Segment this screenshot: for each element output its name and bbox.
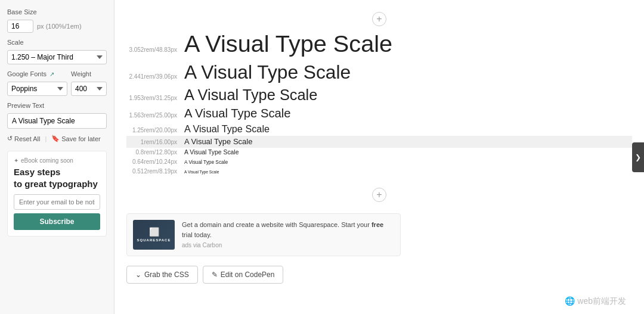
weight-section: Weight 100 200 300 400 500 600 700 800 9…	[71, 70, 107, 96]
type-text: A Visual Type Scale	[184, 30, 392, 58]
preview-text-input[interactable]	[7, 113, 107, 129]
weight-label: Weight	[71, 70, 107, 77]
type-text: A Visual Type Scale	[184, 160, 228, 166]
type-row: 0.8rem/12.80pxA Visual Type Scale	[126, 148, 632, 157]
download-icon: ⌄	[135, 271, 141, 279]
base-size-hint: px (100%/1em)	[37, 23, 82, 30]
ad-body: Get a domain and create a website with S…	[182, 220, 394, 240]
type-row: 0.64rem/10.24pxA Visual Type Scale	[126, 157, 632, 167]
action-buttons: ⌄ Grab the CSS ✎ Edit on CodePen	[126, 266, 632, 284]
type-row: 1.563rem/25.00pxA Visual Type Scale	[126, 105, 632, 122]
type-row: 1.25rem/20.00pxA Visual Type Scale	[126, 122, 632, 136]
edit-codepen-button[interactable]: ✎ Edit on CodePen	[203, 266, 284, 284]
scale-select-wrapper: 1.250 – Major Third 1.125 – Major Second…	[7, 50, 107, 64]
type-meta: 0.512rem/8.19px	[126, 168, 177, 175]
email-input[interactable]	[14, 194, 100, 210]
google-fonts-label: Google Fonts ↗	[7, 70, 67, 77]
reset-icon: ↺	[7, 135, 13, 142]
external-link-icon: ↗	[49, 71, 54, 77]
type-meta: 3.052rem/48.83px	[126, 46, 177, 53]
type-meta: 0.8rem/12.80px	[126, 149, 177, 156]
base-size-input[interactable]	[7, 20, 33, 33]
base-size-row: px (100%/1em)	[7, 20, 107, 33]
footer-actions: ↺ Reset All | 🔖 Save for later	[7, 135, 107, 142]
ebook-badge: ✦ eBook coming soon	[14, 157, 100, 164]
type-row: 2.441rem/39.06pxA Visual Type Scale	[126, 60, 632, 85]
subscribe-button[interactable]: Subscribe	[14, 213, 100, 230]
type-meta: 1rem/16.00px	[126, 139, 177, 145]
type-row: 0.512rem/8.19pxA Visual Type Scale	[126, 167, 632, 176]
sidebar: Base Size px (100%/1em) Scale 1.250 – Ma…	[0, 0, 114, 314]
type-meta: 2.441rem/39.06px	[126, 73, 177, 80]
main-content: + 3.052rem/48.83pxA Visual Type Scale2.4…	[114, 0, 644, 314]
star-icon: ✦	[14, 157, 18, 164]
ad-content: Get a domain and create a website with S…	[182, 220, 394, 248]
type-meta: 1.563rem/25.00px	[126, 112, 177, 119]
codepen-icon: ✎	[212, 271, 218, 279]
type-row: 3.052rem/48.83pxA Visual Type Scale	[126, 29, 632, 60]
type-meta: 1.953rem/31.25px	[126, 95, 177, 101]
ebook-title: Easy steps to great typography	[14, 166, 100, 189]
type-text: A Visual Type Scale	[184, 61, 351, 83]
reset-all-btn[interactable]: ↺ Reset All	[7, 135, 40, 142]
save-icon: 🔖	[51, 135, 60, 142]
font-select-wrapper: Poppins Roboto Open Sans Lato Montserrat	[7, 82, 67, 96]
preview-text-label: Preview Text	[7, 102, 107, 109]
google-fonts-section: Google Fonts ↗ Poppins Roboto Open Sans …	[7, 70, 67, 96]
ad-image: ⬜ SQUARESPACE	[133, 220, 175, 250]
base-size-label: Base Size	[7, 8, 107, 15]
base-size-section: Base Size px (100%/1em)	[7, 8, 107, 33]
type-text: A Visual Type Scale	[184, 170, 219, 175]
type-meta: 0.64rem/10.24px	[126, 158, 177, 165]
type-text: A Visual Type Scale	[184, 149, 239, 156]
font-weight-section: Google Fonts ↗ Poppins Roboto Open Sans …	[7, 70, 107, 96]
scale-label: Scale	[7, 39, 107, 46]
expand-bottom-btn[interactable]: +	[372, 188, 386, 202]
watermark: 🌐 web前端开发	[565, 296, 626, 307]
type-text: A Visual Type Scale	[184, 86, 317, 104]
type-text: A Visual Type Scale	[184, 106, 291, 120]
scale-section: Scale 1.250 – Major Third 1.125 – Major …	[7, 39, 107, 64]
save-later-btn[interactable]: 🔖 Save for later	[51, 135, 100, 142]
ad-section: ⬜ SQUARESPACE Get a domain and create a …	[126, 213, 401, 256]
weight-select-wrapper: 100 200 300 400 500 600 700 800 900	[71, 82, 107, 96]
type-row: 1.953rem/31.25pxA Visual Type Scale	[126, 85, 632, 105]
type-meta: 1.25rem/20.00px	[126, 127, 177, 133]
type-row: 1rem/16.00pxA Visual Type Scale	[126, 136, 632, 148]
type-text: A Visual Type Scale	[184, 137, 252, 147]
ebook-promo: ✦ eBook coming soon Easy steps to great …	[7, 151, 107, 237]
expand-top-btn[interactable]: +	[372, 12, 386, 26]
squarespace-logo: ⬜ SQUARESPACE	[137, 226, 171, 243]
type-scale-list: 3.052rem/48.83pxA Visual Type Scale2.441…	[126, 29, 632, 176]
type-text: A Visual Type Scale	[184, 123, 270, 135]
font-select[interactable]: Poppins Roboto Open Sans Lato Montserrat	[7, 82, 67, 96]
watermark-icon: 🌐	[565, 296, 575, 306]
ad-source: ads via Carbon	[182, 242, 394, 248]
grab-css-button[interactable]: ⌄ Grab the CSS	[126, 266, 198, 284]
scale-select[interactable]: 1.250 – Major Third 1.125 – Major Second…	[7, 50, 107, 64]
weight-select[interactable]: 100 200 300 400 500 600 700 800 900	[71, 82, 107, 96]
collapse-btn[interactable]: ❯	[632, 142, 644, 172]
preview-text-section: Preview Text	[7, 102, 107, 129]
